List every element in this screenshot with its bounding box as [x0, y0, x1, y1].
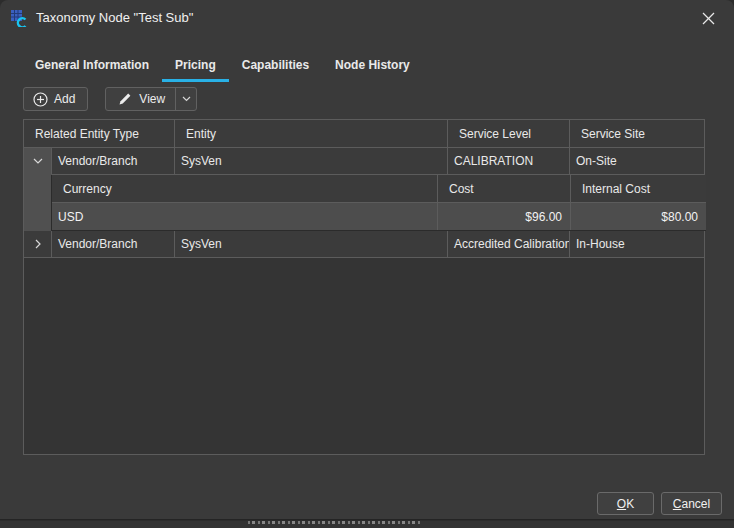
cell-related-entity-type[interactable]: Vendor/Branch [52, 231, 175, 258]
close-icon[interactable] [694, 6, 722, 30]
view-button-label: View [139, 92, 165, 106]
header-currency[interactable]: Currency [52, 175, 438, 203]
pencil-icon [118, 92, 132, 106]
background-window-strip [0, 521, 734, 528]
add-button-label: Add [54, 92, 75, 106]
cell-service-site[interactable]: In-House [570, 231, 704, 258]
cancel-button-label: ancel [681, 497, 710, 511]
chevron-down-icon [33, 158, 43, 164]
detail-header-row: Currency Cost Internal Cost [52, 175, 706, 203]
cell-service-level[interactable]: CALIBRATION [448, 148, 570, 175]
tab-pricing[interactable]: Pricing [162, 54, 229, 82]
cell-currency[interactable]: USD [52, 203, 438, 230]
header-service-level[interactable]: Service Level [448, 120, 570, 148]
view-button[interactable]: View [106, 88, 175, 110]
tab-capabilities[interactable]: Capabilities [229, 54, 322, 82]
cell-related-entity-type[interactable]: Vendor/Branch [52, 148, 175, 175]
detail-row-selected[interactable]: USD $96.00 $80.00 [52, 203, 706, 230]
cell-internal-cost[interactable]: $80.00 [571, 203, 706, 230]
add-button[interactable]: Add [23, 87, 88, 111]
detail-subtable: Currency Cost Internal Cost USD $96.00 $… [52, 175, 706, 231]
clipped-background-text [248, 521, 421, 524]
title-bar: Taxonomy Node "Test Sub" [0, 0, 734, 36]
cell-entity[interactable]: SysVen [175, 148, 448, 175]
dialog-title: Taxonomy Node "Test Sub" [36, 10, 193, 25]
tab-node-history[interactable]: Node History [322, 54, 423, 82]
chevron-right-icon [35, 239, 41, 249]
table-header-row: Related Entity Type Entity Service Level… [24, 120, 704, 148]
header-service-site[interactable]: Service Site [570, 120, 704, 148]
cell-service-site[interactable]: On-Site [570, 148, 704, 175]
ok-button[interactable]: OK [597, 492, 654, 515]
row-detail-section: Currency Cost Internal Cost USD $96.00 $… [24, 175, 704, 231]
cell-entity[interactable]: SysVen [175, 231, 448, 258]
pricing-table: Related Entity Type Entity Service Level… [23, 119, 705, 455]
expand-collapse-chevron[interactable] [24, 148, 52, 175]
toolbar: Add View [23, 87, 197, 111]
view-split-button: View [105, 87, 197, 111]
detail-indent-strip [24, 175, 52, 231]
cell-service-level[interactable]: Accredited Calibration [448, 231, 570, 258]
taxonomy-node-icon [10, 9, 28, 27]
header-internal-cost[interactable]: Internal Cost [571, 175, 706, 203]
header-cost[interactable]: Cost [438, 175, 571, 203]
circle-plus-icon [33, 92, 48, 107]
view-dropdown-chevron-icon[interactable] [176, 88, 196, 110]
tab-bar: General Information Pricing Capabilities… [22, 54, 423, 82]
tab-general-information[interactable]: General Information [22, 54, 162, 82]
cell-cost[interactable]: $96.00 [438, 203, 571, 230]
ok-button-label: K [626, 497, 634, 511]
cancel-button[interactable]: Cancel [661, 492, 722, 515]
header-related-entity-type[interactable]: Related Entity Type [24, 120, 175, 148]
table-row[interactable]: Vendor/Branch SysVen Accredited Calibrat… [24, 231, 704, 258]
table-row[interactable]: Vendor/Branch SysVen CALIBRATION On-Site [24, 148, 704, 175]
header-entity[interactable]: Entity [175, 120, 448, 148]
ok-button-mnemonic: O [617, 497, 626, 511]
expand-collapse-chevron[interactable] [24, 231, 52, 258]
taxonomy-node-dialog: Taxonomy Node "Test Sub" General Informa… [0, 0, 734, 520]
